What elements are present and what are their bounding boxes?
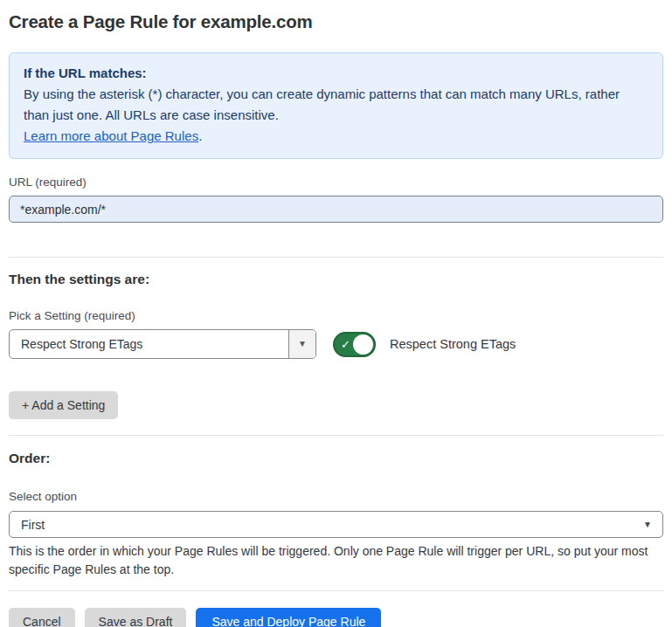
save-as-draft-button[interactable]: Save as Draft [85, 608, 187, 627]
section-divider [9, 435, 663, 436]
setting-dropdown[interactable]: Respect Strong ETags ▼ [9, 329, 316, 359]
chevron-down-icon: ▼ [298, 340, 307, 348]
settings-section-heading: Then the settings are: [9, 271, 663, 288]
cancel-button[interactable]: Cancel [9, 608, 75, 627]
order-select-value: First [21, 518, 45, 532]
save-and-deploy-button[interactable]: Save and Deploy Page Rule [196, 608, 381, 627]
order-help-text: This is the order in which your Page Rul… [9, 542, 663, 579]
chevron-down-icon: ▼ [643, 520, 652, 529]
setting-row: Respect Strong ETags ▼ ✓ Respect Strong … [9, 329, 663, 359]
order-select[interactable]: First ▼ [9, 511, 663, 538]
setting-toggle-label: Respect Strong ETags [390, 337, 516, 351]
url-match-info-box: If the URL matches: By using the asteris… [9, 52, 663, 159]
url-input[interactable] [9, 196, 663, 223]
page-rule-form: Create a Page Rule for example.com If th… [0, 0, 672, 627]
order-select-label: Select option [9, 490, 663, 504]
order-section-heading: Order: [9, 450, 663, 467]
setting-toggle[interactable]: ✓ [333, 332, 376, 357]
learn-more-link[interactable]: Learn more about Page Rules [24, 128, 198, 143]
footer-buttons: Cancel Save as Draft Save and Deploy Pag… [9, 608, 663, 627]
footer-divider [9, 590, 663, 591]
toggle-knob [353, 334, 373, 355]
url-field-label: URL (required) [9, 176, 663, 189]
add-setting-button[interactable]: + Add a Setting [9, 391, 118, 419]
info-box-link-line: Learn more about Page Rules. [24, 126, 648, 147]
section-divider [9, 257, 663, 258]
info-box-heading: If the URL matches: [24, 63, 648, 84]
page-title: Create a Page Rule for example.com [9, 10, 663, 33]
setting-dropdown-arrow-button[interactable]: ▼ [288, 330, 315, 358]
info-box-body: By using the asterisk (*) character, you… [24, 84, 648, 126]
link-suffix-text: . [198, 128, 202, 143]
setting-picker-label: Pick a Setting (required) [9, 309, 663, 323]
setting-dropdown-value: Respect Strong ETags [10, 330, 288, 358]
check-icon: ✓ [341, 339, 350, 350]
